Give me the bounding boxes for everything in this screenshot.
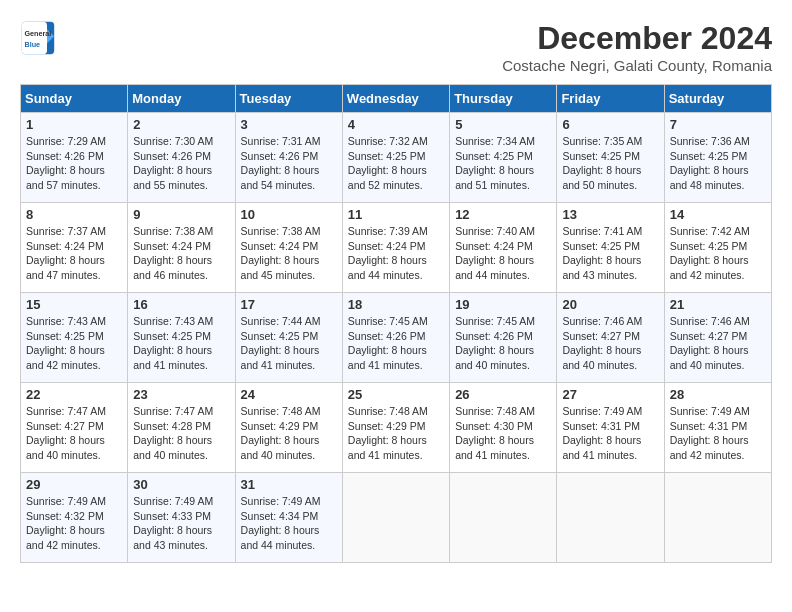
calendar-cell (664, 473, 771, 563)
calendar-cell: 8Sunrise: 7:37 AMSunset: 4:24 PMDaylight… (21, 203, 128, 293)
weekday-header-tuesday: Tuesday (235, 85, 342, 113)
day-number: 8 (26, 207, 122, 222)
day-number: 14 (670, 207, 766, 222)
calendar-cell: 4Sunrise: 7:32 AMSunset: 4:25 PMDaylight… (342, 113, 449, 203)
day-number: 11 (348, 207, 444, 222)
calendar-cell: 15Sunrise: 7:43 AMSunset: 4:25 PMDayligh… (21, 293, 128, 383)
calendar-cell: 9Sunrise: 7:38 AMSunset: 4:24 PMDaylight… (128, 203, 235, 293)
day-number: 17 (241, 297, 337, 312)
day-number: 13 (562, 207, 658, 222)
day-info: Sunrise: 7:40 AMSunset: 4:24 PMDaylight:… (455, 225, 535, 281)
day-number: 21 (670, 297, 766, 312)
day-info: Sunrise: 7:38 AMSunset: 4:24 PMDaylight:… (241, 225, 321, 281)
day-number: 5 (455, 117, 551, 132)
calendar-cell: 11Sunrise: 7:39 AMSunset: 4:24 PMDayligh… (342, 203, 449, 293)
day-number: 31 (241, 477, 337, 492)
day-number: 23 (133, 387, 229, 402)
day-info: Sunrise: 7:29 AMSunset: 4:26 PMDaylight:… (26, 135, 106, 191)
calendar-cell: 30Sunrise: 7:49 AMSunset: 4:33 PMDayligh… (128, 473, 235, 563)
day-info: Sunrise: 7:36 AMSunset: 4:25 PMDaylight:… (670, 135, 750, 191)
calendar-table: SundayMondayTuesdayWednesdayThursdayFrid… (20, 84, 772, 563)
calendar-cell: 6Sunrise: 7:35 AMSunset: 4:25 PMDaylight… (557, 113, 664, 203)
day-info: Sunrise: 7:30 AMSunset: 4:26 PMDaylight:… (133, 135, 213, 191)
day-number: 4 (348, 117, 444, 132)
weekday-header-thursday: Thursday (450, 85, 557, 113)
day-info: Sunrise: 7:43 AMSunset: 4:25 PMDaylight:… (133, 315, 213, 371)
calendar-cell: 19Sunrise: 7:45 AMSunset: 4:26 PMDayligh… (450, 293, 557, 383)
calendar-cell: 13Sunrise: 7:41 AMSunset: 4:25 PMDayligh… (557, 203, 664, 293)
day-number: 24 (241, 387, 337, 402)
day-number: 20 (562, 297, 658, 312)
calendar-cell: 2Sunrise: 7:30 AMSunset: 4:26 PMDaylight… (128, 113, 235, 203)
day-info: Sunrise: 7:49 AMSunset: 4:32 PMDaylight:… (26, 495, 106, 551)
day-number: 19 (455, 297, 551, 312)
day-number: 6 (562, 117, 658, 132)
title-section: December 2024 Costache Negri, Galati Cou… (502, 20, 772, 74)
day-info: Sunrise: 7:48 AMSunset: 4:29 PMDaylight:… (241, 405, 321, 461)
day-number: 15 (26, 297, 122, 312)
weekday-header-saturday: Saturday (664, 85, 771, 113)
day-info: Sunrise: 7:49 AMSunset: 4:33 PMDaylight:… (133, 495, 213, 551)
day-number: 1 (26, 117, 122, 132)
day-number: 27 (562, 387, 658, 402)
day-number: 28 (670, 387, 766, 402)
day-info: Sunrise: 7:44 AMSunset: 4:25 PMDaylight:… (241, 315, 321, 371)
day-number: 7 (670, 117, 766, 132)
day-number: 12 (455, 207, 551, 222)
calendar-cell: 1Sunrise: 7:29 AMSunset: 4:26 PMDaylight… (21, 113, 128, 203)
day-info: Sunrise: 7:46 AMSunset: 4:27 PMDaylight:… (670, 315, 750, 371)
day-info: Sunrise: 7:48 AMSunset: 4:30 PMDaylight:… (455, 405, 535, 461)
day-number: 22 (26, 387, 122, 402)
calendar-cell: 23Sunrise: 7:47 AMSunset: 4:28 PMDayligh… (128, 383, 235, 473)
day-number: 16 (133, 297, 229, 312)
calendar-cell: 29Sunrise: 7:49 AMSunset: 4:32 PMDayligh… (21, 473, 128, 563)
logo-icon: General Blue (20, 20, 56, 56)
day-info: Sunrise: 7:39 AMSunset: 4:24 PMDaylight:… (348, 225, 428, 281)
day-info: Sunrise: 7:35 AMSunset: 4:25 PMDaylight:… (562, 135, 642, 191)
day-info: Sunrise: 7:48 AMSunset: 4:29 PMDaylight:… (348, 405, 428, 461)
weekday-header-wednesday: Wednesday (342, 85, 449, 113)
weekday-header-friday: Friday (557, 85, 664, 113)
calendar-cell: 31Sunrise: 7:49 AMSunset: 4:34 PMDayligh… (235, 473, 342, 563)
day-number: 30 (133, 477, 229, 492)
svg-text:General: General (25, 29, 52, 38)
day-number: 3 (241, 117, 337, 132)
calendar-cell: 24Sunrise: 7:48 AMSunset: 4:29 PMDayligh… (235, 383, 342, 473)
calendar-cell: 27Sunrise: 7:49 AMSunset: 4:31 PMDayligh… (557, 383, 664, 473)
calendar-cell: 3Sunrise: 7:31 AMSunset: 4:26 PMDaylight… (235, 113, 342, 203)
calendar-week-row: 8Sunrise: 7:37 AMSunset: 4:24 PMDaylight… (21, 203, 772, 293)
day-number: 18 (348, 297, 444, 312)
calendar-cell: 20Sunrise: 7:46 AMSunset: 4:27 PMDayligh… (557, 293, 664, 383)
calendar-cell: 5Sunrise: 7:34 AMSunset: 4:25 PMDaylight… (450, 113, 557, 203)
month-title: December 2024 (502, 20, 772, 57)
calendar-cell: 14Sunrise: 7:42 AMSunset: 4:25 PMDayligh… (664, 203, 771, 293)
day-info: Sunrise: 7:49 AMSunset: 4:34 PMDaylight:… (241, 495, 321, 551)
calendar-cell: 26Sunrise: 7:48 AMSunset: 4:30 PMDayligh… (450, 383, 557, 473)
calendar-cell: 7Sunrise: 7:36 AMSunset: 4:25 PMDaylight… (664, 113, 771, 203)
calendar-cell (557, 473, 664, 563)
calendar-cell: 17Sunrise: 7:44 AMSunset: 4:25 PMDayligh… (235, 293, 342, 383)
weekday-header-row: SundayMondayTuesdayWednesdayThursdayFrid… (21, 85, 772, 113)
day-info: Sunrise: 7:41 AMSunset: 4:25 PMDaylight:… (562, 225, 642, 281)
location-title: Costache Negri, Galati County, Romania (502, 57, 772, 74)
logo: General Blue (20, 20, 56, 56)
day-info: Sunrise: 7:31 AMSunset: 4:26 PMDaylight:… (241, 135, 321, 191)
weekday-header-sunday: Sunday (21, 85, 128, 113)
day-info: Sunrise: 7:32 AMSunset: 4:25 PMDaylight:… (348, 135, 428, 191)
day-info: Sunrise: 7:46 AMSunset: 4:27 PMDaylight:… (562, 315, 642, 371)
day-number: 26 (455, 387, 551, 402)
day-number: 29 (26, 477, 122, 492)
day-info: Sunrise: 7:45 AMSunset: 4:26 PMDaylight:… (455, 315, 535, 371)
calendar-cell: 16Sunrise: 7:43 AMSunset: 4:25 PMDayligh… (128, 293, 235, 383)
calendar-cell: 10Sunrise: 7:38 AMSunset: 4:24 PMDayligh… (235, 203, 342, 293)
day-number: 25 (348, 387, 444, 402)
day-info: Sunrise: 7:43 AMSunset: 4:25 PMDaylight:… (26, 315, 106, 371)
day-number: 2 (133, 117, 229, 132)
day-info: Sunrise: 7:34 AMSunset: 4:25 PMDaylight:… (455, 135, 535, 191)
calendar-cell: 18Sunrise: 7:45 AMSunset: 4:26 PMDayligh… (342, 293, 449, 383)
day-info: Sunrise: 7:47 AMSunset: 4:28 PMDaylight:… (133, 405, 213, 461)
calendar-week-row: 29Sunrise: 7:49 AMSunset: 4:32 PMDayligh… (21, 473, 772, 563)
calendar-cell: 25Sunrise: 7:48 AMSunset: 4:29 PMDayligh… (342, 383, 449, 473)
day-info: Sunrise: 7:47 AMSunset: 4:27 PMDaylight:… (26, 405, 106, 461)
day-number: 10 (241, 207, 337, 222)
